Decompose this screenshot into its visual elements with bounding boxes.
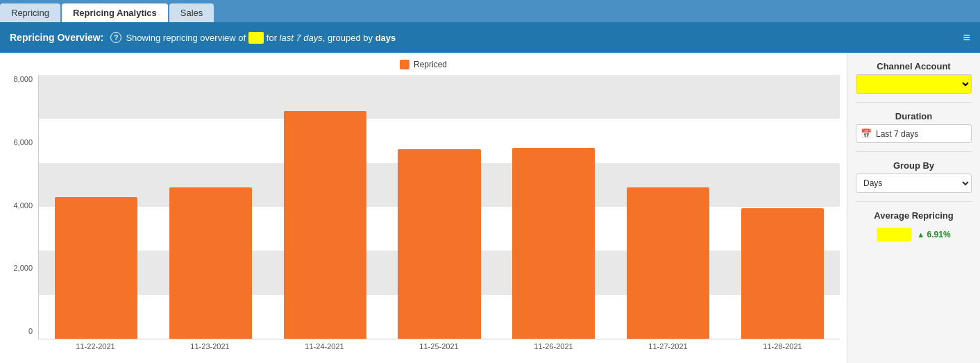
bar-group-11-28-2021 [725,75,840,339]
group-by-section: Group By Days Weeks Months [856,160,972,193]
bars-container [38,75,840,339]
bar-group-11-24-2021 [268,75,382,339]
tab-sales[interactable]: Sales [169,3,214,22]
x-label-11-24-2021: 11-24-2021 [267,339,382,351]
bar-group-11-23-2021 [153,75,268,339]
y-label-4000: 4,000 [13,201,33,210]
group-text: days [375,33,396,43]
y-label-0: 0 [28,327,33,335]
legend-label: Repriced [414,60,447,69]
duration-input[interactable]: 📅 Last 7 days [856,124,972,143]
chart-wrapper: 8,000 6,000 4,000 2,000 0 11-22-202111-2… [7,75,840,351]
duration-section: Duration 📅 Last 7 days [856,111,972,143]
bar-11-28-2021 [741,208,824,339]
group-by-select[interactable]: Days Weeks Months [856,174,972,193]
legend-color-box [400,60,409,69]
bar-group-11-26-2021 [496,75,611,339]
tab-repricing-analytics[interactable]: Repricing Analytics [62,3,168,22]
avg-repricing-label: Average Repricing [874,210,953,223]
duration-text: last 7 days [280,33,323,43]
x-label-11-26-2021: 11-26-2021 [496,339,611,351]
avg-value-box [877,228,911,242]
bar-11-22-2021 [55,197,137,339]
x-label-11-25-2021: 11-25-2021 [382,339,496,351]
x-label-11-22-2021: 11-22-2021 [38,339,153,351]
help-icon[interactable]: ? [110,32,121,43]
chart-legend: Repriced [7,60,840,69]
avg-percent: ▲ 6.91% [917,230,950,239]
bar-11-25-2021 [398,149,480,339]
subtitle-text: Showing repricing overview of [126,33,246,43]
bar-11-27-2021 [627,187,709,339]
tab-repricing[interactable]: Repricing [0,3,60,22]
x-label-11-23-2021: 11-23-2021 [153,339,267,351]
header-subtitle: Showing repricing overview of for last 7… [126,33,396,43]
channel-account-label: Channel Account [856,61,972,74]
divider-2 [856,151,972,152]
divider-1 [856,102,972,103]
x-label-11-28-2021: 11-28-2021 [725,339,840,351]
bar-group-11-22-2021 [39,75,153,339]
main-content: Repriced 8,000 6,000 4,000 2,000 0 [0,53,980,363]
bar-11-26-2021 [512,148,595,339]
channel-account-select[interactable] [856,74,972,94]
x-axis-labels: 11-22-202111-23-202111-24-202111-25-2021… [38,339,840,351]
right-panel: Channel Account Duration 📅 Last 7 days G… [847,53,980,363]
bar-group-11-25-2021 [382,75,497,339]
duration-label: Duration [856,111,972,124]
calendar-icon: 📅 [861,128,872,139]
bar-11-23-2021 [169,187,252,339]
channel-highlight [248,32,264,44]
duration-value: Last 7 days [876,129,918,139]
header-title-area: Repricing Overview: ? Showing repricing … [10,32,396,43]
hamburger-icon[interactable]: ≡ [963,31,970,45]
y-label-8000: 8,000 [13,75,33,83]
x-label-11-27-2021: 11-27-2021 [611,339,725,351]
chart-area: Repriced 8,000 6,000 4,000 2,000 0 [0,53,847,363]
y-label-2000: 2,000 [13,264,33,272]
arrow-up-icon: ▲ [917,230,924,239]
chart-inner: 11-22-202111-23-202111-24-202111-25-2021… [38,75,840,351]
avg-percent-value: 6.91% [927,230,951,239]
avg-repricing-section: Average Repricing ▲ 6.91% [856,210,972,242]
header-bar: Repricing Overview: ? Showing repricing … [0,22,980,53]
bar-11-24-2021 [284,111,366,339]
y-label-6000: 6,000 [13,138,33,146]
top-navigation: Repricing Repricing Analytics Sales [0,0,980,22]
channel-account-section: Channel Account [856,61,972,94]
group-by-label: Group By [856,160,972,174]
avg-value-row: ▲ 6.91% [877,228,950,242]
y-axis: 8,000 6,000 4,000 2,000 0 [7,75,38,351]
bar-group-11-27-2021 [611,75,725,339]
divider-3 [856,201,972,202]
page-title: Repricing Overview: [10,32,103,43]
